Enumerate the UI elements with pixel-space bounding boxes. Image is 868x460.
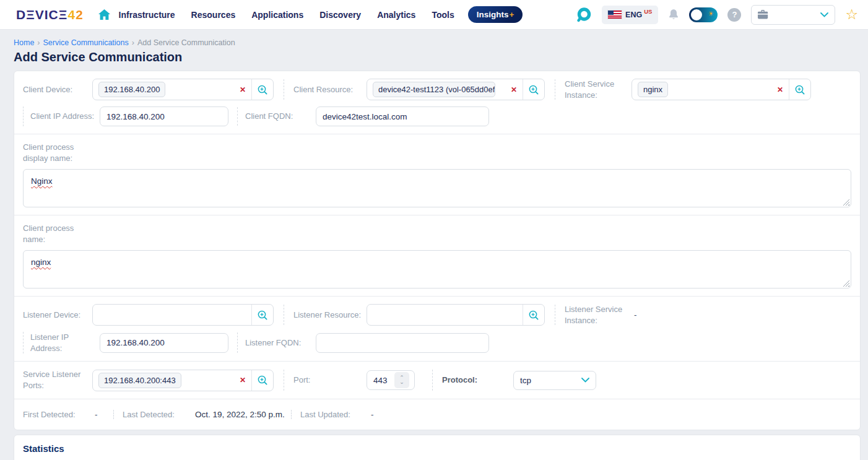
listener-service-instance-label: Listener Service Instance: bbox=[565, 304, 627, 326]
client-section: Client Device: 192.168.40.200 ✕ Client R… bbox=[14, 71, 860, 134]
breadcrumb-home[interactable]: Home bbox=[14, 38, 34, 47]
service-listener-ports-lookup[interactable]: 192.168.40.200:443 ✕ bbox=[92, 370, 274, 391]
language-selector[interactable]: ENG US bbox=[602, 6, 658, 24]
last-detected-value: Oct. 19, 2022, 2:50 p.m. bbox=[195, 410, 291, 419]
clear-icon[interactable]: ✕ bbox=[236, 85, 246, 94]
client-process-display-name-label: Client process display name: bbox=[23, 142, 91, 163]
chevron-down-icon bbox=[581, 378, 589, 383]
favorite-star-icon[interactable]: ☆ bbox=[845, 7, 858, 22]
zoom-plus-icon[interactable] bbox=[789, 79, 810, 100]
notifications-bell-icon[interactable] bbox=[668, 9, 679, 21]
client-service-instance-chip: nginx bbox=[638, 82, 668, 97]
chevron-down-icon bbox=[820, 12, 828, 17]
menu-discovery[interactable]: Discovery bbox=[319, 10, 361, 20]
last-updated-label: Last Updated: bbox=[300, 409, 357, 420]
zoom-plus-icon[interactable] bbox=[523, 79, 544, 100]
service-listener-ports-label: Service Listener Ports: bbox=[23, 369, 92, 391]
main-menu: Infrastructure Resources Applications Di… bbox=[119, 10, 454, 20]
clear-icon[interactable]: ✕ bbox=[507, 85, 517, 94]
menu-applications[interactable]: Applications bbox=[251, 10, 303, 20]
client-process-display-name-section: Client process display name: Nginx bbox=[14, 134, 860, 215]
statistics-title: Statistics bbox=[14, 435, 860, 460]
breadcrumb: Home › Service Communications › Add Serv… bbox=[14, 38, 868, 47]
listener-device-lookup[interactable] bbox=[92, 304, 274, 326]
client-service-instance-label: Client Service Instance: bbox=[565, 79, 627, 100]
detected-section: First Detected: - Last Detected: Oct. 19… bbox=[14, 399, 860, 430]
first-detected-value: - bbox=[95, 410, 113, 419]
home-icon[interactable] bbox=[98, 9, 110, 20]
client-resource-chip: device42-test1123 (vol-065dd0ef7d1e45... bbox=[373, 82, 495, 97]
client-process-name-textarea[interactable]: nginx bbox=[23, 250, 851, 289]
menu-infrastructure[interactable]: Infrastructure bbox=[119, 10, 175, 20]
client-resource-label: Client Resource: bbox=[293, 84, 367, 95]
client-process-name-label: Client process name: bbox=[23, 223, 91, 245]
listener-resource-lookup[interactable] bbox=[367, 304, 545, 326]
client-resource-lookup[interactable]: device42-test1123 (vol-065dd0ef7d1e45...… bbox=[367, 79, 545, 100]
listener-service-instance-value: - bbox=[634, 310, 637, 319]
listener-ip-input[interactable] bbox=[100, 333, 228, 353]
client-process-display-name-value: Nginx bbox=[31, 176, 53, 186]
statistics-card: Statistics bbox=[14, 435, 861, 460]
last-updated-value: - bbox=[371, 410, 374, 419]
client-process-name-section: Client process name: nginx bbox=[14, 215, 860, 296]
listener-fqdn-label: Listener FQDN: bbox=[245, 337, 307, 349]
listener-fqdn-input[interactable] bbox=[316, 333, 489, 353]
help-icon[interactable]: ? bbox=[727, 8, 741, 22]
service-listener-ports-chip: 192.168.40.200:443 bbox=[98, 373, 181, 388]
client-device-lookup[interactable]: 192.168.40.200 ✕ bbox=[92, 79, 274, 100]
zoom-plus-icon[interactable] bbox=[251, 370, 273, 391]
us-flag-icon bbox=[608, 11, 622, 19]
clear-icon[interactable]: ✕ bbox=[773, 85, 783, 94]
stepper-arrows[interactable]: ⌃ ⌄ bbox=[394, 372, 409, 388]
listener-ip-label: Listener IP Address: bbox=[30, 332, 100, 354]
protocol-value: tcp bbox=[520, 376, 531, 385]
breadcrumb-service-communications[interactable]: Service Communications bbox=[43, 38, 129, 47]
ports-section: Service Listener Ports: 192.168.40.200:4… bbox=[14, 361, 860, 398]
client-device-chip: 192.168.40.200 bbox=[98, 82, 165, 97]
clear-icon[interactable]: ✕ bbox=[236, 376, 246, 384]
page-title: Add Service Communication bbox=[14, 50, 868, 64]
insights-plus-button[interactable]: Insights+ bbox=[468, 6, 523, 23]
breadcrumb-separator: › bbox=[132, 38, 134, 47]
client-service-instance-lookup[interactable]: nginx ✕ bbox=[631, 79, 811, 100]
menu-tools[interactable]: Tools bbox=[432, 10, 454, 20]
briefcase-icon bbox=[758, 10, 769, 20]
device42-logo[interactable]: DΞVICΞ42 bbox=[16, 7, 84, 22]
client-ip-label: Client IP Address: bbox=[30, 111, 100, 122]
zoom-plus-icon[interactable] bbox=[523, 305, 544, 325]
navbar-right: ENG US ☀ ? ☆ bbox=[576, 5, 858, 25]
client-ip-input[interactable] bbox=[100, 106, 228, 126]
menu-resources[interactable]: Resources bbox=[191, 10, 236, 20]
theme-toggle[interactable]: ☀ bbox=[689, 7, 718, 22]
resize-handle[interactable] bbox=[843, 199, 849, 206]
search-icon[interactable] bbox=[576, 7, 592, 23]
protocol-select[interactable]: tcp bbox=[513, 371, 596, 390]
client-fqdn-input[interactable] bbox=[316, 106, 489, 126]
toggle-knob bbox=[691, 9, 702, 20]
port-label: Port: bbox=[293, 375, 367, 386]
port-stepper[interactable]: ⌃ ⌄ bbox=[367, 370, 415, 390]
breadcrumb-current: Add Service Communication bbox=[137, 38, 235, 47]
client-device-label: Client Device: bbox=[23, 84, 92, 95]
client-subrow: Client IP Address: Client FQDN: bbox=[23, 106, 851, 126]
client-process-display-name-textarea[interactable]: Nginx bbox=[23, 169, 851, 207]
zoom-plus-icon[interactable] bbox=[251, 305, 273, 325]
resize-handle[interactable] bbox=[843, 280, 849, 287]
listener-device-label: Listener Device: bbox=[23, 310, 92, 321]
protocol-label: Protocol: bbox=[442, 375, 504, 386]
listener-section: Listener Device: Listener Resource: List… bbox=[14, 296, 860, 361]
sun-icon: ☀ bbox=[708, 10, 714, 18]
client-process-name-value: nginx bbox=[31, 258, 51, 267]
zoom-plus-icon[interactable] bbox=[251, 79, 273, 100]
first-detected-label: First Detected: bbox=[23, 409, 85, 420]
client-fqdn-label: Client FQDN: bbox=[245, 111, 307, 122]
menu-analytics[interactable]: Analytics bbox=[377, 10, 415, 20]
port-input[interactable] bbox=[367, 376, 394, 385]
breadcrumb-title-area: Home › Service Communications › Add Serv… bbox=[0, 30, 868, 71]
last-detected-label: Last Detected: bbox=[123, 409, 181, 420]
top-navbar: DΞVICΞ42 Infrastructure Resources Applic… bbox=[0, 0, 868, 30]
listener-subrow: Listener IP Address: Listener FQDN: bbox=[23, 332, 851, 354]
step-down-icon[interactable]: ⌄ bbox=[399, 380, 404, 384]
listener-resource-label: Listener Resource: bbox=[293, 310, 367, 321]
workspace-dropdown[interactable] bbox=[751, 5, 835, 25]
